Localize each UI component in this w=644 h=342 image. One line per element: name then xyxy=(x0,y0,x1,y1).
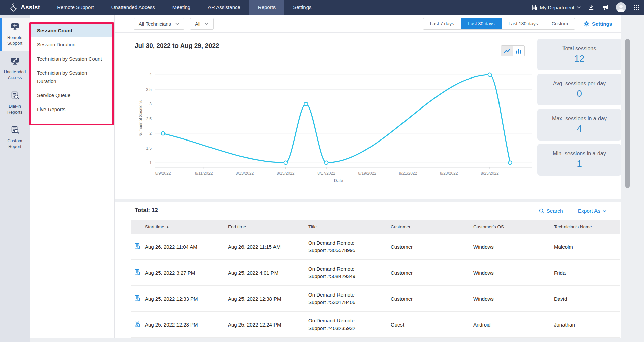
summary-card-label: Max. sessions in a day xyxy=(552,116,607,122)
sidebar-item-label: Unattended Access xyxy=(1,69,28,81)
summary-card-label: Avg. sessions per day xyxy=(553,81,606,87)
range-button-custom[interactable]: Custom xyxy=(545,18,575,29)
session-report-cell xyxy=(131,269,145,277)
session-count-chart-card: Jul 30, 2022 to Aug 29, 2022 Number of S… xyxy=(115,33,621,199)
vertical-scrollbar[interactable] xyxy=(625,39,630,188)
range-button-last-30-days[interactable]: Last 30 days xyxy=(461,18,501,29)
nav-item-reports[interactable]: Reports xyxy=(249,0,285,15)
nav-item-meeting[interactable]: Meeting xyxy=(164,0,199,15)
report-menu-item-session-count[interactable]: Session Count xyxy=(30,24,114,37)
x-tick-label: 8/9/2022 xyxy=(155,171,171,176)
start-time-cell: Aug 25, 2022 3:27 PM xyxy=(145,270,228,276)
session-type-filter-dropdown[interactable]: All xyxy=(190,18,214,30)
x-axis-label: Date xyxy=(334,178,343,183)
session-title-cell: On Demand Remote Support #530178406 xyxy=(308,291,391,306)
y-tick-label: 2 xyxy=(149,131,152,136)
user-avatar[interactable] xyxy=(616,2,626,12)
sidebar-item-custom-report[interactable]: Custom Report xyxy=(0,121,30,154)
clipboard-search-icon xyxy=(134,294,141,302)
clipboard-search-icon xyxy=(134,243,141,250)
data-point-marker[interactable] xyxy=(161,132,165,135)
report-menu-item-service-queue[interactable]: Service Queue xyxy=(30,89,114,102)
session-title-cell: On Demand Remote Support #305578995 xyxy=(308,239,391,254)
table-row[interactable]: Aug 26, 2022 11:04 AM Aug 26, 2022 11:15… xyxy=(131,234,620,260)
column-header-title[interactable]: Title xyxy=(308,224,391,229)
column-header-customer[interactable]: Customer xyxy=(391,224,473,229)
technician-filter-value: All Technicians xyxy=(139,21,171,27)
assist-reports-page: Assist Remote SupportUnattended AccessMe… xyxy=(0,0,644,342)
customer-os-cell: Windows xyxy=(473,244,554,250)
monitor-key-icon xyxy=(10,57,20,65)
data-point-marker[interactable] xyxy=(488,73,491,76)
announcements-icon[interactable] xyxy=(602,4,609,11)
report-menu-item-technician-by-session-duration[interactable]: Technician by Session Duration xyxy=(30,67,114,88)
column-header-start-time[interactable]: Start time▲ xyxy=(145,224,228,229)
technician-name-cell: David xyxy=(554,296,620,302)
session-report-cell xyxy=(131,243,145,251)
x-tick-label: 8/13/2022 xyxy=(236,171,254,176)
sidebar-item-label: Remote Support xyxy=(1,35,28,46)
apps-grid-icon[interactable] xyxy=(634,5,639,10)
sidebar-item-unattended-access[interactable]: Unattended Access xyxy=(0,53,30,85)
customer-cell: Guest xyxy=(391,322,473,328)
search-button[interactable]: Search xyxy=(539,208,563,214)
sidebar-item-dial-in-reports[interactable]: Dial-in Reports xyxy=(0,87,30,119)
report-menu-item-session-duration[interactable]: Session Duration xyxy=(30,38,114,51)
data-point-marker[interactable] xyxy=(508,161,512,164)
sidebar-item-remote-support[interactable]: Remote Support xyxy=(0,18,30,51)
sidebar-item-label: Dial-in Reports xyxy=(1,104,28,115)
nav-item-settings[interactable]: Settings xyxy=(284,0,320,15)
column-header-end-time[interactable]: End time xyxy=(228,224,308,229)
summary-card-label: Min. sessions in a day xyxy=(553,151,606,157)
table-row[interactable]: Aug 25, 2022 3:27 PM Aug 25, 2022 4:01 P… xyxy=(131,260,620,286)
session-report-cell xyxy=(131,320,145,329)
customer-cell: Customer xyxy=(391,270,473,276)
export-as-button[interactable]: Export As xyxy=(578,208,606,214)
y-tick-label: 1 xyxy=(149,160,152,165)
session-title-cell: On Demand Remote Support #403235932 xyxy=(308,317,391,332)
monitor-plus-icon xyxy=(10,23,20,31)
sessions-table-card: Total: 12 Search Export As Start time▲En… xyxy=(115,202,621,338)
column-header-technician-s-name[interactable]: Technician's Name xyxy=(554,224,620,229)
y-tick-label: 1.5 xyxy=(146,146,152,151)
clipboard-search-icon xyxy=(134,320,141,328)
nav-item-ar-assistance[interactable]: AR Assistance xyxy=(199,0,249,15)
range-button-last-7-days[interactable]: Last 7 days xyxy=(423,18,461,29)
date-range-selector: Last 7 daysLast 30 daysLast 180 daysCust… xyxy=(423,18,575,30)
settings-label: Settings xyxy=(592,21,612,27)
data-point-marker[interactable] xyxy=(325,161,328,164)
data-point-marker[interactable] xyxy=(284,161,287,164)
table-row[interactable]: Aug 25, 2022 12:23 PM Aug 25, 2022 12:24… xyxy=(131,312,620,338)
technician-name-cell: Malcolm xyxy=(554,244,620,250)
table-row[interactable]: Aug 25, 2022 12:33 PM Aug 25, 2022 12:38… xyxy=(131,286,620,312)
app-logo[interactable]: Assist xyxy=(9,3,40,12)
report-settings-button[interactable]: Settings xyxy=(584,15,612,33)
summary-card-value: 0 xyxy=(577,88,582,99)
table-total: Total: 12 xyxy=(135,207,158,214)
report-menu-panel: Session CountSession DurationTechnician … xyxy=(30,15,115,338)
start-time-cell: Aug 26, 2022 11:04 AM xyxy=(145,244,228,250)
table-body: Aug 26, 2022 11:04 AM Aug 26, 2022 11:15… xyxy=(131,234,620,338)
range-button-last-180-days[interactable]: Last 180 days xyxy=(502,18,545,29)
report-menu-item-technician-by-session-count[interactable]: Technician by Session Count xyxy=(30,53,114,65)
x-tick-label: 8/19/2022 xyxy=(358,171,377,176)
download-icon[interactable] xyxy=(588,4,594,11)
session-title-cell: On Demand Remote Support #508429349 xyxy=(308,265,391,280)
nav-item-unattended-access[interactable]: Unattended Access xyxy=(102,0,163,15)
column-header-customer-s-os[interactable]: Customer's OS xyxy=(473,224,554,229)
nav-item-remote-support[interactable]: Remote Support xyxy=(48,0,102,15)
department-selector[interactable]: My Department xyxy=(532,5,581,10)
technician-filter-dropdown[interactable]: All Technicians xyxy=(134,18,184,30)
report-search-icon xyxy=(11,91,19,100)
y-tick-label: 4 xyxy=(149,72,152,77)
search-icon xyxy=(539,208,544,214)
x-tick-label: 8/21/2022 xyxy=(399,171,417,176)
report-menu-item-live-reports[interactable]: Live Reports xyxy=(30,103,114,116)
sidebar-item-label: Custom Report xyxy=(1,138,28,150)
table-header-row: Start time▲End timeTitleCustomerCustomer… xyxy=(131,220,620,234)
filter-bar: All Technicians All Last 7 daysLast 30 d… xyxy=(115,15,621,33)
department-name: My Department xyxy=(540,5,574,10)
data-point-marker[interactable] xyxy=(304,102,308,106)
gear-icon xyxy=(584,21,589,27)
y-tick-label: 3 xyxy=(149,102,152,106)
